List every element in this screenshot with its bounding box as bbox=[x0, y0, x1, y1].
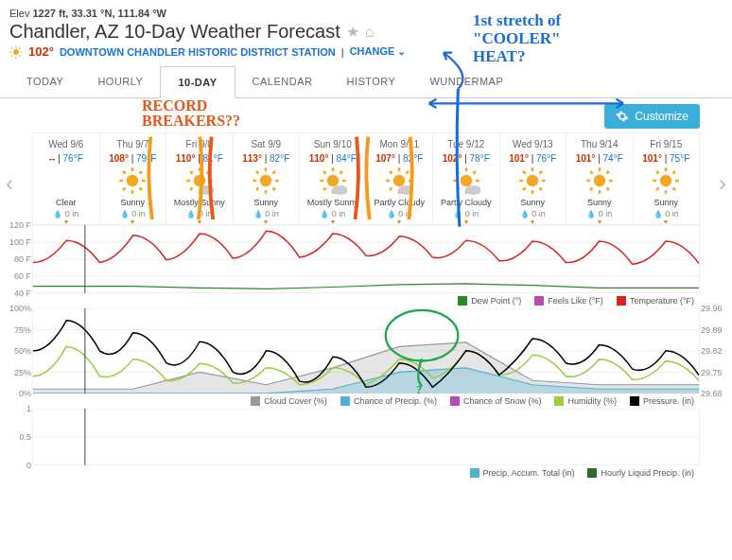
svg-line-25 bbox=[190, 188, 193, 191]
forecast-day[interactable]: Sun 9/10110° | 84°FMostly Sunny💧 0 in▾ bbox=[300, 133, 367, 224]
forecast-day[interactable]: Tue 9/12102° | 78°FPartly Cloudy💧 0 in▾ bbox=[433, 133, 500, 224]
condition-label: Sunny bbox=[568, 196, 631, 209]
svg-line-74 bbox=[523, 188, 526, 191]
forecast-day[interactable]: Thu 9/7108° | 79°FSunny💧 0 in▾ bbox=[100, 133, 167, 224]
svg-line-84 bbox=[606, 171, 609, 174]
drop-icon: 💧 bbox=[53, 210, 62, 219]
svg-point-28 bbox=[260, 175, 272, 187]
favorite-star-icon[interactable]: ★ bbox=[346, 23, 359, 41]
next-arrow[interactable]: › bbox=[719, 170, 726, 197]
forecast-day[interactable]: Wed 9/13101° | 76°FSunny💧 0 in▾ bbox=[500, 133, 567, 224]
drop-icon: 💧 bbox=[453, 210, 462, 219]
legend-item: Chance of Snow (%) bbox=[450, 396, 542, 406]
day-date: Sun 9/10 bbox=[302, 137, 364, 153]
drop-icon: 💧 bbox=[320, 210, 329, 219]
svg-line-91 bbox=[673, 188, 676, 191]
condition-label: Sunny bbox=[102, 196, 165, 209]
svg-line-45 bbox=[340, 171, 342, 174]
svg-line-83 bbox=[590, 188, 593, 191]
tabs-bar: TODAYHOURLY10-DAYCALENDARHISTORYWUNDERMA… bbox=[0, 66, 732, 98]
weather-icon bbox=[302, 166, 364, 196]
svg-line-90 bbox=[656, 171, 659, 174]
condition-label: Partly Cloudy bbox=[369, 196, 431, 209]
svg-line-75 bbox=[540, 171, 543, 174]
legend-item: Precip. Accum. Total (in) bbox=[470, 468, 575, 478]
weather-icon bbox=[35, 166, 97, 196]
drop-icon: 💧 bbox=[120, 210, 130, 219]
svg-line-5 bbox=[11, 47, 12, 48]
svg-line-81 bbox=[590, 171, 593, 174]
current-temp: 102° bbox=[28, 44, 54, 59]
drop-icon: 💧 bbox=[586, 210, 596, 219]
tab-today[interactable]: TODAY bbox=[9, 66, 80, 97]
svg-point-37 bbox=[327, 175, 340, 187]
forecast-days-row: Wed 9/6-- | 76°FClear💧 0 in▾Thu 9/7108° … bbox=[32, 132, 700, 225]
svg-line-16 bbox=[123, 188, 126, 191]
prev-arrow[interactable]: ‹ bbox=[6, 170, 13, 197]
svg-line-34 bbox=[273, 188, 276, 191]
day-date: Thu 9/7 bbox=[102, 137, 165, 153]
condition-label: Sunny bbox=[636, 196, 698, 209]
weather-icon bbox=[435, 166, 497, 196]
svg-line-6 bbox=[20, 55, 21, 56]
weather-icon bbox=[102, 166, 165, 196]
legend-item: Temperature (°F) bbox=[617, 296, 694, 306]
tab-hourly[interactable]: HOURLY bbox=[80, 66, 160, 97]
forecast-day[interactable]: Fri 9/15101° | 75°FSunny💧 0 in▾ bbox=[634, 133, 700, 224]
svg-point-67 bbox=[527, 175, 539, 187]
svg-point-57 bbox=[461, 175, 473, 187]
weather-icon bbox=[636, 166, 698, 196]
legend-item: Dew Point (°) bbox=[458, 296, 521, 306]
svg-line-15 bbox=[140, 188, 143, 191]
drop-icon: 💧 bbox=[654, 210, 663, 219]
day-date: Wed 9/13 bbox=[502, 137, 565, 153]
weather-icon bbox=[168, 166, 231, 196]
svg-line-82 bbox=[606, 188, 609, 191]
svg-line-52 bbox=[390, 171, 392, 174]
tab-10day[interactable]: 10-DAY bbox=[160, 66, 235, 98]
page-title: Chandler, AZ 10-Day Weather Forecast bbox=[9, 21, 340, 43]
drop-icon: 💧 bbox=[253, 210, 263, 219]
gear-icon bbox=[616, 110, 629, 123]
forecast-day[interactable]: Sat 9/9113° | 82°FSunny💧 0 in▾ bbox=[234, 133, 301, 224]
weather-icon bbox=[369, 166, 431, 196]
day-date: Fri 9/8 bbox=[168, 137, 231, 153]
svg-point-18 bbox=[194, 175, 206, 187]
svg-line-92 bbox=[656, 188, 659, 191]
legend-item: Chance of Precip. (%) bbox=[340, 396, 437, 406]
tab-calendar[interactable]: CALENDAR bbox=[235, 66, 330, 97]
day-date: Sat 9/9 bbox=[235, 137, 298, 153]
svg-line-42 bbox=[323, 171, 326, 174]
weather-icon bbox=[235, 166, 298, 196]
forecast-day[interactable]: Mon 9/11107° | 82°FPartly Cloudy💧 0 in▾ bbox=[367, 133, 434, 224]
weather-icon bbox=[502, 166, 565, 196]
customize-button[interactable]: Customize bbox=[604, 104, 700, 129]
tab-history[interactable]: HISTORY bbox=[329, 66, 412, 97]
current-sun-icon bbox=[9, 45, 23, 59]
svg-line-26 bbox=[206, 171, 209, 174]
svg-point-0 bbox=[13, 49, 19, 55]
day-date: Tue 9/12 bbox=[435, 137, 497, 153]
drop-icon: 💧 bbox=[520, 210, 530, 219]
legend-item: Hourly Liquid Precip. (in) bbox=[587, 468, 694, 478]
condition-label: Mostly Sunny bbox=[302, 196, 364, 209]
legend-item: Cloud Cover (%) bbox=[251, 396, 327, 406]
svg-line-33 bbox=[256, 171, 259, 174]
drop-icon: 💧 bbox=[186, 210, 196, 219]
svg-line-8 bbox=[20, 47, 21, 48]
svg-line-73 bbox=[540, 188, 543, 191]
change-station-link[interactable]: CHANGE ⌄ bbox=[350, 45, 407, 58]
station-link[interactable]: DOWNTOWN CHANDLER HISTORIC DISTRICT STAT… bbox=[60, 46, 336, 58]
chevron-down-icon: ⌄ bbox=[397, 45, 406, 57]
legend-item: Humidity (%) bbox=[554, 396, 617, 406]
forecast-day[interactable]: Thu 9/14101° | 74°FSunny💧 0 in▾ bbox=[566, 133, 634, 224]
forecast-day[interactable]: Wed 9/6-- | 76°FClear💧 0 in▾ bbox=[33, 133, 100, 224]
tab-wundermap[interactable]: WUNDERMAP bbox=[412, 66, 520, 97]
forecast-day[interactable]: Fri 9/8110° | 81°FMostly Sunny💧 0 in▾ bbox=[166, 133, 234, 224]
condition-label: Sunny bbox=[235, 196, 298, 209]
day-date: Mon 9/11 bbox=[369, 137, 431, 153]
svg-line-65 bbox=[473, 171, 476, 174]
svg-point-9 bbox=[127, 175, 139, 187]
home-icon[interactable]: ⌂ bbox=[365, 24, 375, 41]
svg-line-55 bbox=[407, 171, 410, 174]
